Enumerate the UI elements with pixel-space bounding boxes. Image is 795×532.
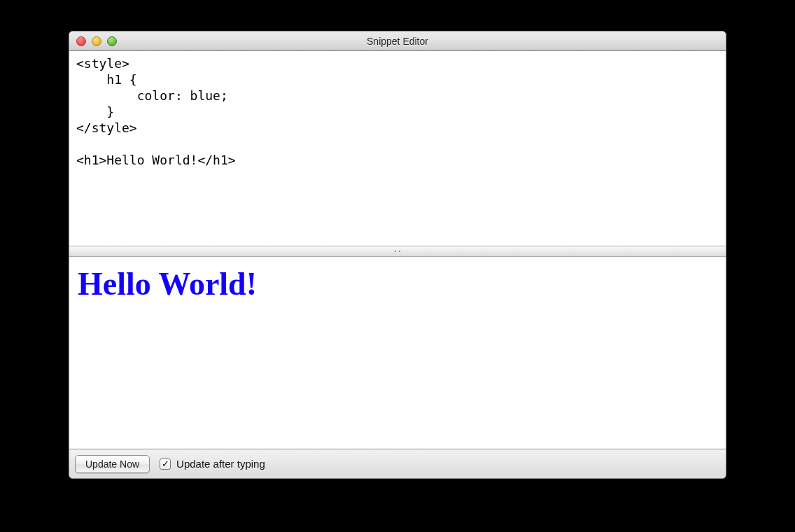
- pane-splitter[interactable]: [69, 246, 726, 257]
- window-titlebar[interactable]: Snippet Editor: [69, 31, 726, 51]
- update-after-typing-control[interactable]: ✓ Update after typing: [160, 458, 265, 470]
- minimize-icon[interactable]: [92, 36, 101, 46]
- update-after-typing-label: Update after typing: [176, 458, 265, 470]
- code-editor[interactable]: <style> h1 { color: blue; } </style> <h1…: [76, 55, 720, 168]
- preview-pane: Hello World!: [69, 257, 726, 449]
- window-title: Snippet Editor: [69, 36, 726, 47]
- update-now-button[interactable]: Update Now: [75, 455, 150, 473]
- code-editor-pane[interactable]: <style> h1 { color: blue; } </style> <h1…: [69, 51, 726, 246]
- zoom-icon[interactable]: [107, 36, 117, 46]
- snippet-editor-window: Snippet Editor <style> h1 { color: blue;…: [69, 31, 726, 479]
- preview-heading: Hello World!: [78, 265, 719, 302]
- splitter-grip-icon: [394, 249, 401, 253]
- bottom-toolbar: Update Now ✓ Update after typing: [69, 449, 726, 478]
- traffic-lights: [76, 36, 117, 46]
- close-icon[interactable]: [76, 36, 86, 46]
- checkbox-icon[interactable]: ✓: [160, 458, 171, 470]
